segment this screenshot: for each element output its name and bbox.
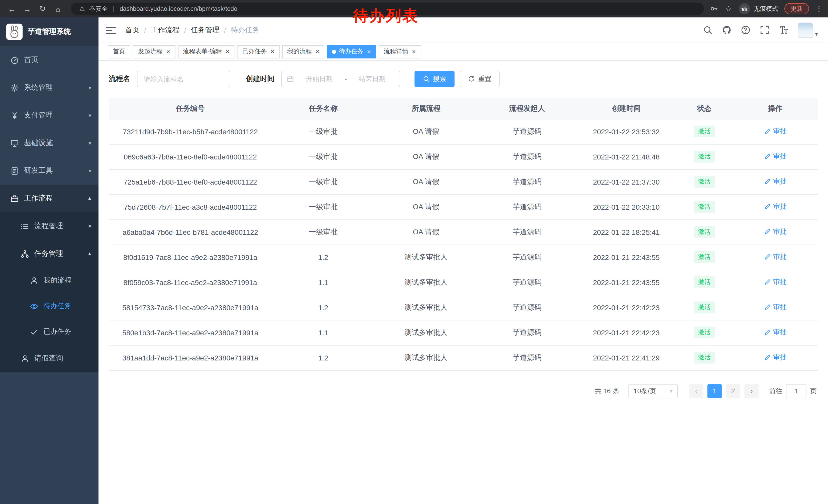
approve-link[interactable]: 审批	[764, 152, 786, 161]
cell-created-time: 2022-01-21 22:43:55	[577, 270, 676, 295]
process-name-input[interactable]	[137, 71, 230, 87]
caret-down-icon: ▾	[815, 31, 818, 38]
sidebar-item-3[interactable]: 基础设施▾	[0, 129, 98, 157]
incognito-icon	[741, 5, 748, 12]
sidebar-item-1[interactable]: 系统管理▾	[0, 74, 98, 101]
approve-link[interactable]: 审批	[764, 328, 786, 337]
cell-task-id: 75d72608-7b7f-11ec-a3c8-acde48001122	[109, 194, 272, 220]
cell-status: 激活	[676, 270, 733, 295]
cell-actions: 审批	[733, 220, 818, 244]
page-button-1[interactable]: 1	[707, 384, 722, 398]
tab-6[interactable]: 流程详情×	[379, 45, 421, 58]
approve-link[interactable]: 审批	[764, 127, 786, 136]
home-icon[interactable]: ⌂	[51, 2, 65, 15]
search-button[interactable]: 搜索	[415, 71, 455, 87]
browser-update-button[interactable]: 更新	[784, 3, 809, 14]
breadcrumb-item[interactable]: 任务管理	[191, 26, 219, 35]
app-logo-area: 芋道管理系统	[0, 17, 98, 46]
status-badge: 激活	[694, 352, 715, 364]
column-header: 任务编号	[109, 98, 272, 119]
tab-close-icon[interactable]: ×	[367, 48, 371, 55]
sidebar-item-8[interactable]: 我的流程	[0, 268, 98, 293]
pager-pages: 12	[707, 384, 740, 398]
github-icon[interactable]	[722, 25, 732, 35]
goto-page-input[interactable]	[786, 384, 806, 398]
cell-actions: 审批	[733, 345, 818, 370]
page-content: 流程名 创建时间 开始日期 - 结束日期 搜索 重置	[98, 60, 828, 504]
cell-created-time: 2022-01-22 23:53:32	[577, 119, 676, 144]
sidebar-item-label: 已办任务	[44, 327, 91, 336]
tab-1[interactable]: 发起流程×	[133, 45, 175, 58]
tab-label: 我的流程	[287, 47, 312, 56]
incognito-label: 无痕模式	[754, 4, 778, 13]
reset-button[interactable]: 重置	[460, 71, 500, 87]
star-icon[interactable]: ☆	[724, 5, 733, 13]
sidebar-item-0[interactable]: 首页	[0, 46, 98, 74]
table-row: 75d72608-7b7f-11ec-a3c8-acde48001122 一级审…	[109, 194, 818, 220]
user-menu[interactable]: ▾	[798, 22, 818, 38]
page-size-select[interactable]: 10条/页 ▾	[628, 384, 678, 398]
breadcrumb-separator: /	[224, 26, 226, 34]
breadcrumb-item: 待办任务	[231, 26, 259, 35]
my-process-icon	[30, 276, 38, 285]
topbar-right: ▾	[703, 22, 818, 38]
sidebar-item-10[interactable]: 已办任务	[0, 319, 98, 345]
tab-5[interactable]: 待办任务×	[327, 45, 376, 58]
help-icon[interactable]	[741, 25, 750, 35]
cell-created-time: 2022-01-22 21:48:48	[577, 144, 676, 169]
tab-0[interactable]: 首页	[108, 45, 130, 58]
tab-3[interactable]: 已办任务×	[237, 45, 279, 58]
tab-close-icon[interactable]: ×	[225, 48, 229, 55]
search-icon[interactable]	[703, 25, 713, 35]
reload-icon[interactable]: ↻	[36, 2, 49, 15]
date-range-picker[interactable]: 开始日期 - 结束日期	[281, 71, 400, 87]
sidebar-item-5[interactable]: 工作流程▾	[0, 185, 98, 212]
tab-label: 首页	[113, 47, 125, 56]
approve-link[interactable]: 审批	[764, 252, 786, 262]
back-icon[interactable]: ←	[5, 2, 18, 15]
sidebar-item-4[interactable]: 研发工具▾	[0, 157, 98, 185]
cell-initiator: 芋道源码	[478, 220, 577, 244]
approve-link[interactable]: 审批	[764, 303, 786, 312]
sidebar-item-6[interactable]: 流程管理▾	[0, 212, 98, 240]
status-badge: 激活	[694, 176, 715, 188]
page-button-2[interactable]: 2	[726, 384, 740, 398]
prev-page-button[interactable]: ‹	[689, 384, 703, 398]
key-icon[interactable]	[710, 5, 718, 13]
approve-link[interactable]: 审批	[764, 202, 786, 211]
sidebar-item-11[interactable]: 请假查询	[0, 345, 98, 372]
sidebar-item-2[interactable]: 支付管理▾	[0, 101, 98, 129]
tab-close-icon[interactable]: ×	[271, 48, 274, 55]
sidebar-item-9[interactable]: 待办任务	[0, 293, 98, 319]
cell-initiator: 芋道源码	[478, 119, 577, 144]
cell-process: OA 请假	[375, 194, 478, 220]
font-size-icon[interactable]	[779, 25, 788, 35]
approve-link[interactable]: 审批	[764, 227, 786, 236]
app-title: 芋道管理系统	[28, 27, 71, 36]
avatar[interactable]	[798, 22, 813, 38]
incognito-indicator: 无痕模式	[739, 3, 778, 14]
chevron-down-icon: ▾	[670, 388, 672, 394]
approve-link[interactable]: 审批	[764, 353, 786, 362]
approve-link[interactable]: 审批	[764, 277, 786, 287]
tab-close-icon[interactable]: ×	[166, 48, 170, 55]
dots-vertical-icon[interactable]: ⋮	[815, 4, 823, 13]
chevron-down-icon: ▾	[88, 223, 91, 229]
active-tab-dot	[332, 49, 336, 54]
sidebar: 芋道管理系统 首页系统管理▾支付管理▾基础设施▾研发工具▾工作流程▾流程管理▾任…	[0, 17, 98, 504]
tab-close-icon[interactable]: ×	[316, 48, 319, 55]
next-page-button[interactable]: ›	[744, 384, 759, 398]
tab-2[interactable]: 流程表单-编辑×	[178, 45, 235, 58]
approve-link[interactable]: 审批	[764, 177, 786, 186]
breadcrumb-item[interactable]: 首页	[125, 26, 139, 35]
check-icon	[30, 327, 38, 336]
cell-process: OA 请假	[375, 144, 478, 169]
sidebar-item-7[interactable]: 任务管理▾	[0, 240, 98, 268]
breadcrumb-item[interactable]: 工作流程	[151, 26, 179, 35]
forward-icon[interactable]: →	[20, 2, 34, 15]
tab-close-icon[interactable]: ×	[412, 48, 416, 55]
collapse-sidebar-icon[interactable]	[106, 27, 116, 34]
tab-4[interactable]: 我的流程×	[282, 45, 325, 58]
fullscreen-icon[interactable]	[760, 25, 770, 35]
tab-label: 流程详情	[384, 47, 408, 56]
